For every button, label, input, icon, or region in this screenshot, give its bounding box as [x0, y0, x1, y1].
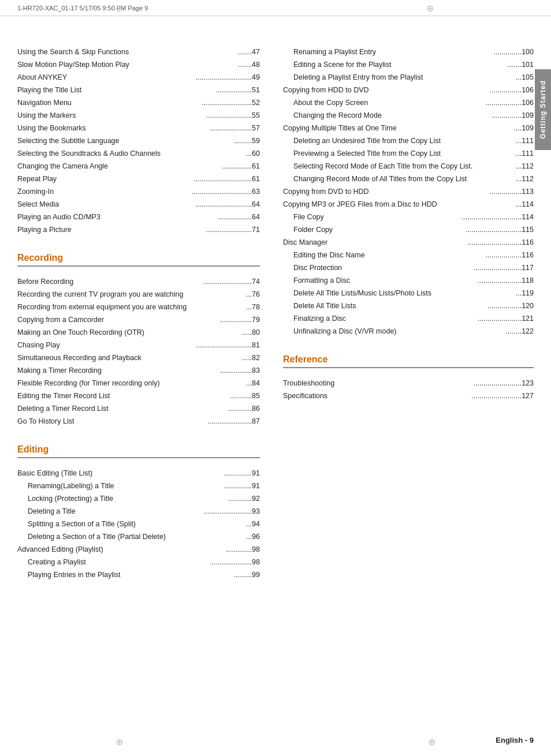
toc-item: Finalizing a Disc......................1… — [283, 313, 534, 324]
toc-entry: Formatting a Disc......................1… — [283, 275, 534, 286]
toc-item: Folder Copy............................1… — [283, 224, 534, 235]
crosshair-top-right: ⊕ — [426, 3, 435, 12]
side-tab: Getting Started — [535, 69, 551, 150]
toc-item: Disc Protection........................1… — [283, 262, 534, 274]
toc-label: About ANYKEY — [17, 72, 196, 83]
toc-label: Deleting a Playlist Entry from the Playl… — [293, 72, 516, 83]
toc-label: Basic Editing (Title List) — [17, 467, 224, 479]
toc-entry: Using the Bookmarks.....................… — [17, 122, 260, 134]
toc-dots: .....................57 — [210, 122, 260, 134]
toc-label: About the Copy Screen — [293, 97, 486, 108]
toc-item: Before Recording........................… — [17, 276, 260, 287]
toc-entry: Copying from DVD to HDD................1… — [283, 186, 534, 197]
toc-item: Editing the Disc Name..................1… — [283, 249, 534, 261]
reference-divider — [283, 367, 534, 368]
toc-dots: ............86 — [228, 403, 260, 414]
toc-entry: Previewing a Selected Title from the Cop… — [283, 148, 534, 159]
toc-label: Zooming-In — [17, 186, 192, 197]
toc-dots: ............................115 — [466, 224, 534, 235]
toc-entry: Copying from HDD to DVD................1… — [283, 84, 534, 96]
toc-item: Playing the Title List..................… — [17, 84, 260, 96]
toc-dots: .....80 — [242, 327, 260, 338]
toc-dots: ..............................63 — [192, 186, 260, 197]
toc-dots: ............................49 — [196, 72, 260, 83]
toc-entry: Copying MP3 or JPEG Files from a Disc to… — [283, 199, 534, 210]
toc-dots: .............98 — [226, 544, 260, 555]
toc-dots: ...............109 — [492, 110, 534, 121]
toc-entry: Changing the Record Mode...............1… — [283, 110, 534, 121]
toc-entry: Selecting the Subtitle Language.........… — [17, 135, 260, 147]
toc-label: Delete All Title Lists/Music Lists/Photo… — [293, 287, 516, 299]
toc-entry: About the Copy Screen..................1… — [283, 97, 534, 108]
toc-dots: .....................98 — [210, 556, 260, 568]
toc-label: Selecting the Soundtracks & Audio Channe… — [17, 148, 246, 159]
recording-divider — [17, 265, 260, 267]
toc-item: Selecting the Soundtracks & Audio Channe… — [17, 148, 260, 159]
toc-dots: ..................106 — [486, 97, 534, 108]
toc-entry: Troubleshooting........................1… — [283, 377, 534, 389]
toc-item: Specifications.........................1… — [283, 390, 534, 402]
toc-item: Selecting Record Mode of Each Title from… — [283, 160, 534, 172]
toc-item: Recording from external equipment you ar… — [17, 301, 260, 313]
toc-item: Unfinalizing a Disc (V/VR mode)........1… — [283, 325, 534, 337]
toc-item: Go To History List......................… — [17, 416, 260, 427]
toc-dots: ...111 — [516, 148, 534, 159]
crosshair-bottom-left: ⊕ — [116, 736, 123, 747]
toc-dots: ........122 — [505, 325, 534, 337]
toc-dots: ...119 — [516, 287, 534, 299]
toc-dots: .........99 — [234, 569, 260, 581]
toc-entry: Simultaneous Recording and Playback.....… — [17, 352, 260, 364]
toc-item: Troubleshooting........................1… — [283, 377, 534, 389]
toc-entry: Creating a Playlist.....................… — [17, 556, 260, 568]
toc-dots: .........................127 — [471, 390, 534, 402]
toc-item: Changing Record Mode of All Titles from … — [283, 173, 534, 185]
toc-item: Using the Bookmarks.....................… — [17, 122, 260, 134]
toc-label: Folder Copy — [293, 224, 466, 235]
toc-dots: ............92 — [228, 493, 260, 504]
toc-item: Copying from HDD to DVD................1… — [283, 84, 534, 96]
toc-item: Delete All Title Lists.................1… — [283, 300, 534, 312]
toc-item: Splitting a Section of a Title (Split)..… — [17, 518, 260, 530]
toc-entry: Making a Timer Recording................… — [17, 365, 260, 376]
toc-item: Copying from DVD to HDD................1… — [283, 186, 534, 197]
toc-entry: Deleting an Undesired Title from the Cop… — [283, 135, 534, 147]
toc-label: Recording from external equipment you ar… — [17, 301, 246, 313]
toc-entry: Editing the Timer Record List...........… — [17, 390, 260, 402]
toc-item: Editing a Scene for the Playlist.......1… — [283, 59, 534, 70]
toc-label: Using the Search & Skip Functions — [17, 46, 238, 58]
toc-entry: Select Media............................… — [17, 199, 260, 210]
toc-item: Simultaneous Recording and Playback.....… — [17, 352, 260, 364]
toc-dots: ..................116 — [486, 249, 534, 261]
toc-entry: Delete All Title Lists.................1… — [283, 300, 534, 312]
toc-entry: Playing a Picture.......................… — [17, 224, 260, 235]
content-area: Using the Search & Skip Functions.......… — [0, 17, 551, 599]
left-top-toc: Using the Search & Skip Functions.......… — [17, 46, 260, 235]
toc-entry: Renaming(Labeling) a Title..............… — [17, 480, 260, 492]
toc-item: Deleting a Title........................… — [17, 506, 260, 517]
toc-dots: .........................52 — [202, 97, 260, 108]
toc-item: Navigation Menu.........................… — [17, 97, 260, 108]
toc-entry: Before Recording........................… — [17, 276, 260, 287]
toc-item: Recording the current TV program you are… — [17, 289, 260, 300]
crosshair-bottom-right: ⊕ — [428, 736, 435, 747]
toc-label: Copying from a Camcorder — [17, 314, 220, 325]
toc-label: Renaming a Playlist Entry — [293, 46, 494, 58]
editing-divider — [17, 457, 260, 458]
toc-item: Playing an Audio CD/MP3.................… — [17, 211, 260, 223]
toc-item: Advanced Editing (Playlist).............… — [17, 544, 260, 555]
toc-entry: Specifications.........................1… — [283, 390, 534, 402]
toc-label: Changing Record Mode of All Titles from … — [293, 173, 516, 185]
toc-entry: Splitting a Section of a Title (Split)..… — [17, 518, 260, 530]
toc-dots: .....82 — [242, 352, 260, 364]
toc-dots: ...78 — [246, 301, 260, 313]
toc-item: Making an One Touch Recording (OTR).....… — [17, 327, 260, 338]
toc-dots: ..............91 — [224, 467, 260, 479]
toc-label: Deleting a Section of a Title (Partial D… — [28, 531, 246, 542]
crosshair-top-left: ⊕ — [116, 3, 125, 12]
toc-dots: ......................87 — [208, 416, 260, 427]
toc-entry: Renaming a Playlist Entry..............1… — [283, 46, 534, 58]
toc-entry: Editing a Scene for the Playlist.......1… — [283, 59, 534, 70]
toc-item: Playing Entries in the Playlist.........… — [17, 569, 260, 581]
recording-heading: Recording — [17, 253, 260, 263]
toc-label: Copying from DVD to HDD — [283, 186, 490, 197]
